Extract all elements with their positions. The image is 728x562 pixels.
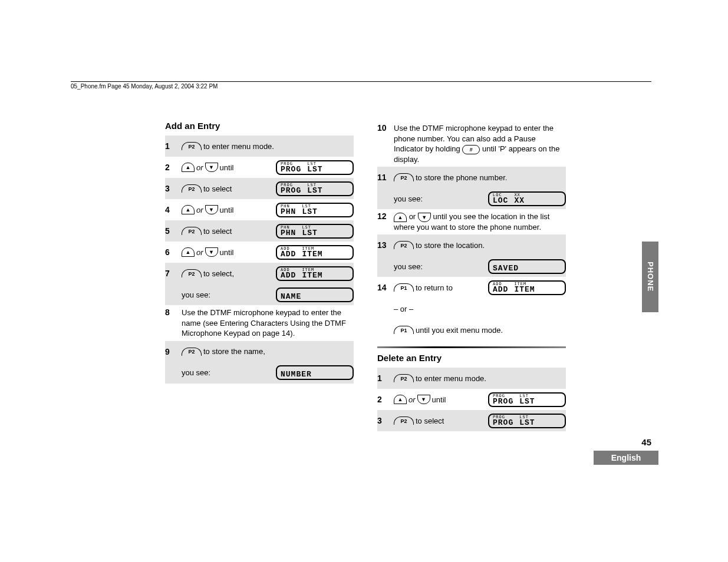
- lcd-phn-lst: PHNPHN LSTLST: [276, 203, 354, 217]
- side-tab-phone: PHONE: [642, 242, 658, 312]
- add-step-9b: you see: NUMBER: [165, 362, 354, 384]
- lcd-prog-lst: PROGPROG LSTLST: [488, 414, 566, 428]
- lcd-saved: SAVED: [488, 259, 566, 274]
- add-step-5: 5 P2 to select PHNPHN LSTLST: [165, 220, 354, 242]
- p1-key-icon: P1: [394, 283, 414, 292]
- down-arrow-icon: ▼: [205, 205, 218, 214]
- down-arrow-icon: ▼: [205, 163, 218, 172]
- lcd-add-item: ADDADD ITEMITEM: [276, 266, 354, 281]
- page-content: Add an Entry 1 P2 to enter menu mode. 2 …: [165, 121, 566, 431]
- p2-key-icon: P2: [394, 173, 414, 181]
- add-step-10: 10 Use the DTMF microphone keypad to ent…: [377, 121, 566, 167]
- add-step-11: 11 P2 to store the phone number.: [377, 167, 566, 188]
- lcd-add-item: ADDADD ITEMITEM: [276, 245, 354, 260]
- down-arrow-icon: ▼: [418, 213, 431, 222]
- add-step-2: 2 ▲ or ▼ until PROGPROG LSTLST: [165, 157, 354, 178]
- del-step-2: 2 ▲ or ▼ until PROGPROG LSTLST: [377, 389, 566, 410]
- right-column: 10 Use the DTMF microphone keypad to ent…: [377, 121, 566, 431]
- p2-key-icon: P2: [182, 142, 202, 150]
- page-header: 05_Phone.fm Page 45 Monday, August 2, 20…: [71, 81, 651, 90]
- left-column: Add an Entry 1 P2 to enter menu mode. 2 …: [165, 121, 354, 431]
- del-step-1: 1 P2 to enter menu mode.: [377, 368, 566, 389]
- page-number: 45: [641, 437, 651, 447]
- add-step-13b: you see: SAVED: [377, 256, 566, 277]
- add-step-3: 3 P2 to select PROGPROG LSTLST: [165, 178, 354, 199]
- lcd-prog-lst: PROGPROG LSTLST: [488, 392, 566, 407]
- add-step-9: 9 P2 to store the name,: [165, 341, 354, 362]
- p2-key-icon: P2: [182, 269, 202, 277]
- p1-key-icon: P1: [394, 326, 414, 334]
- language-tab: English: [594, 451, 658, 465]
- del-step-3: 3 P2 to select PROGPROG LSTLST: [377, 410, 566, 431]
- p2-key-icon: P2: [394, 416, 414, 425]
- section-divider: [377, 346, 566, 348]
- add-step-8: 8 Use the DTMF microphone keypad to ente…: [165, 305, 354, 341]
- add-step-6: 6 ▲ or ▼ until ADDADD ITEMITEM: [165, 242, 354, 263]
- lcd-loc-xx: LOCLOC XXXX: [488, 191, 566, 206]
- delete-entry-title: Delete an Entry: [377, 353, 566, 363]
- add-step-7: 7 P2 to select, ADDADD ITEMITEM: [165, 263, 354, 284]
- lcd-add-item: ADDADD ITEMITEM: [488, 280, 566, 295]
- add-step-13: 13 P2 to store the location.: [377, 234, 566, 256]
- up-arrow-icon: ▲: [182, 163, 195, 172]
- lcd-prog-lst: PROGPROG LSTLST: [276, 181, 354, 196]
- add-step-14b: – or –: [377, 298, 566, 319]
- p2-key-icon: P2: [182, 227, 202, 235]
- add-entry-title: Add an Entry: [165, 121, 354, 131]
- lcd-phn-lst: PHNPHN LSTLST: [276, 224, 354, 239]
- add-step-14: 14 P1 to return to ADDADD ITEMITEM: [377, 277, 566, 298]
- p2-key-icon: P2: [182, 184, 202, 193]
- down-arrow-icon: ▼: [417, 395, 430, 404]
- add-step-11b: you see: LOCLOC XXXX: [377, 188, 566, 209]
- add-step-4: 4 ▲ or ▼ until PHNPHN LSTLST: [165, 199, 354, 220]
- p2-key-icon: P2: [394, 374, 414, 382]
- lcd-prog-lst: PROGPROG LSTLST: [276, 160, 354, 175]
- p2-key-icon: P2: [182, 348, 202, 356]
- add-step-7b: you see: NAME: [165, 284, 354, 305]
- header-text: 05_Phone.fm Page 45 Monday, August 2, 20…: [71, 83, 218, 90]
- p2-key-icon: P2: [394, 241, 414, 249]
- down-arrow-icon: ▼: [205, 247, 218, 257]
- lcd-number: NUMBER: [276, 365, 354, 380]
- up-arrow-icon: ▲: [394, 213, 407, 222]
- hash-key-icon: #: [462, 145, 480, 154]
- up-arrow-icon: ▲: [182, 205, 195, 214]
- up-arrow-icon: ▲: [394, 395, 407, 404]
- lcd-name: NAME: [276, 287, 354, 302]
- add-step-1: 1 P2 to enter menu mode.: [165, 135, 354, 157]
- add-step-14c: P1 until you exit menu mode.: [377, 319, 566, 340]
- add-step-12: 12 ▲ or ▼ until you see the location in …: [377, 209, 566, 234]
- up-arrow-icon: ▲: [182, 247, 195, 257]
